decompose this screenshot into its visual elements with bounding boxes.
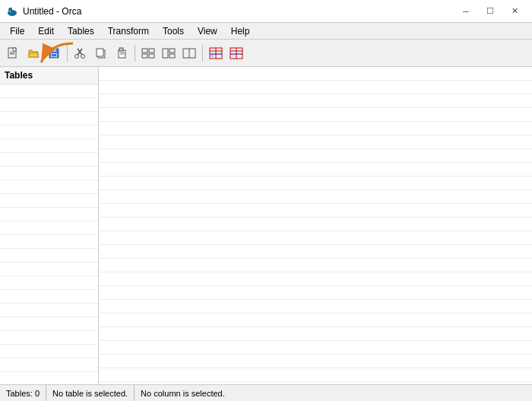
menu-file[interactable]: File xyxy=(3,24,31,39)
table-row xyxy=(0,98,98,112)
remove-table-icon: − xyxy=(230,47,243,59)
table-row xyxy=(0,126,98,139)
open-icon xyxy=(27,47,40,59)
paste-icon xyxy=(116,47,128,59)
open-button[interactable] xyxy=(24,43,43,63)
copy-button[interactable] xyxy=(91,43,111,63)
content-line xyxy=(99,231,532,245)
table-row xyxy=(0,345,98,358)
menu-tools[interactable]: Tools xyxy=(156,24,191,39)
separator-3 xyxy=(202,45,203,62)
content-line xyxy=(99,81,532,94)
content-line xyxy=(99,355,532,368)
separator-1 xyxy=(67,45,68,62)
content-line xyxy=(99,177,532,190)
table-row xyxy=(0,208,98,221)
svg-rect-14 xyxy=(97,49,103,56)
svg-rect-23 xyxy=(163,49,168,58)
svg-rect-25 xyxy=(169,54,175,58)
tool8-button[interactable] xyxy=(159,43,179,63)
content-line xyxy=(99,218,532,231)
status-column-selected: No column is selected. xyxy=(135,385,231,401)
title-left: Untitled - Orca xyxy=(6,5,81,18)
content-line xyxy=(99,300,532,313)
content-line xyxy=(99,149,532,163)
content-line xyxy=(99,259,532,272)
add-table-icon: + xyxy=(209,47,223,59)
svg-rect-24 xyxy=(169,49,175,53)
tables-list[interactable] xyxy=(0,84,98,384)
svg-rect-6 xyxy=(51,49,56,52)
title-bar: Untitled - Orca ─ ☐ ✕ xyxy=(0,0,532,23)
add-table-button[interactable]: + xyxy=(206,43,226,63)
status-table-selected: No table is selected. xyxy=(46,385,135,401)
table-row xyxy=(0,372,98,384)
content-line xyxy=(99,341,532,355)
tool8-icon xyxy=(162,47,176,59)
content-line xyxy=(99,190,532,204)
table-row xyxy=(0,153,98,167)
save-button[interactable] xyxy=(44,43,64,63)
menu-view[interactable]: View xyxy=(191,24,224,39)
content-line xyxy=(99,122,532,135)
content-line xyxy=(99,204,532,218)
table-row xyxy=(0,235,98,249)
svg-text:+: + xyxy=(211,53,214,58)
app-title: Untitled - Orca xyxy=(23,6,81,17)
table-row xyxy=(0,194,98,208)
table-row xyxy=(0,290,98,304)
svg-rect-20 xyxy=(149,49,154,53)
svg-rect-16 xyxy=(119,48,123,51)
svg-rect-21 xyxy=(142,54,147,58)
content-line xyxy=(99,286,532,300)
tables-header: Tables xyxy=(0,67,98,84)
separator-2 xyxy=(135,45,135,62)
content-line xyxy=(99,135,532,149)
toolbar: + − xyxy=(0,40,532,67)
table-row xyxy=(0,180,98,194)
svg-text:−: − xyxy=(232,53,234,58)
table-row xyxy=(0,358,98,372)
new-button[interactable] xyxy=(3,43,23,63)
new-icon xyxy=(7,47,19,59)
table-row xyxy=(0,331,98,345)
maximize-button[interactable]: ☐ xyxy=(479,4,502,19)
cut-button[interactable] xyxy=(71,43,90,63)
table-row xyxy=(0,84,98,98)
svg-point-11 xyxy=(75,54,79,58)
tool7-button[interactable] xyxy=(138,43,158,63)
column-selected-label: No column is selected. xyxy=(141,389,225,398)
content-area[interactable] xyxy=(99,67,532,384)
paste-button[interactable] xyxy=(112,43,131,63)
tables-count-label: Tables: 0 xyxy=(6,389,40,398)
svg-rect-8 xyxy=(52,54,56,56)
content-line xyxy=(99,368,532,382)
status-bar: Tables: 0 No table is selected. No colum… xyxy=(0,384,532,401)
window-controls: ─ ☐ ✕ xyxy=(454,4,526,19)
main-area: Tables xyxy=(0,67,532,384)
content-line xyxy=(99,108,532,122)
menu-tables[interactable]: Tables xyxy=(61,24,101,39)
cut-icon xyxy=(74,47,87,59)
content-line xyxy=(99,327,532,341)
content-panel xyxy=(99,67,532,384)
table-row xyxy=(0,167,98,180)
table-row xyxy=(0,112,98,126)
minimize-button[interactable]: ─ xyxy=(454,4,477,19)
menu-help[interactable]: Help xyxy=(224,24,257,39)
app-icon xyxy=(6,5,18,18)
table-row xyxy=(0,139,98,153)
remove-table-button[interactable]: − xyxy=(226,43,246,63)
menu-transform[interactable]: Transform xyxy=(101,24,156,39)
svg-rect-19 xyxy=(142,49,147,53)
menu-bar: File Edit Tables Transform Tools View He… xyxy=(0,23,532,40)
close-button[interactable]: ✕ xyxy=(503,4,526,19)
table-row xyxy=(0,304,98,317)
status-tables-count: Tables: 0 xyxy=(0,385,46,401)
menu-edit[interactable]: Edit xyxy=(31,24,61,39)
content-line xyxy=(99,245,532,259)
tool9-button[interactable] xyxy=(179,43,199,63)
save-icon xyxy=(48,47,60,59)
table-row xyxy=(0,276,98,290)
copy-icon xyxy=(95,47,107,59)
